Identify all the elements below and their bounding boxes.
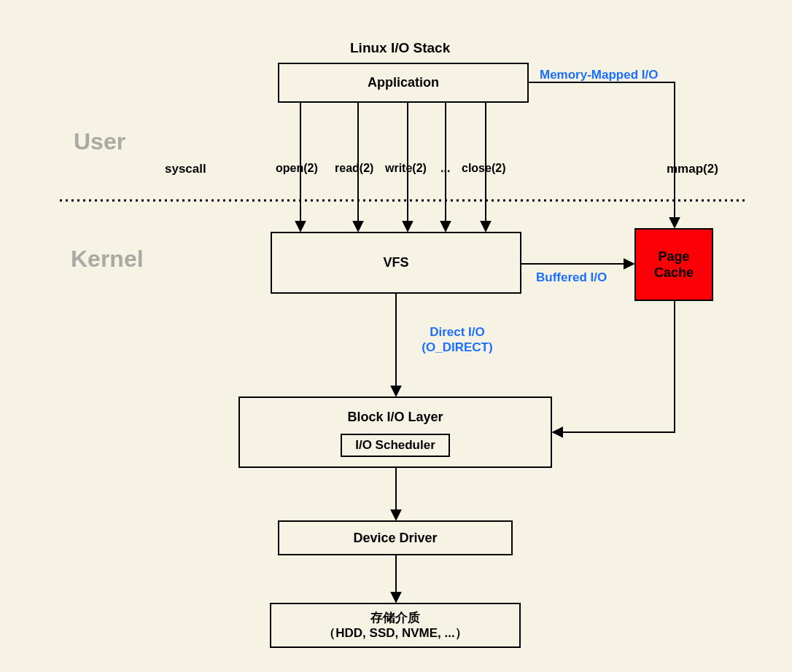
arrow-pagecache-block xyxy=(554,301,675,432)
label-direct-line2: (O_DIRECT) xyxy=(422,340,492,355)
box-device-driver-label: Device Driver xyxy=(353,531,437,546)
label-open: open(2) xyxy=(276,162,318,175)
box-page-cache-line1: Page xyxy=(658,249,689,265)
box-page-cache: Page Cache xyxy=(634,228,713,301)
diagram-canvas: Linux I/O Stack User Kernel Application … xyxy=(0,0,792,672)
label-dots: ... xyxy=(440,162,450,175)
label-write: write(2) xyxy=(385,162,427,175)
label-buffered: Buffered I/O xyxy=(536,270,607,285)
label-direct-line1: Direct I/O xyxy=(430,324,485,340)
box-storage-line1: 存储介质 xyxy=(370,610,420,625)
section-user-label: User xyxy=(74,128,125,155)
label-read: read(2) xyxy=(335,162,373,175)
label-close: close(2) xyxy=(462,162,505,175)
box-block-layer: Block I/O Layer I/O Scheduler xyxy=(238,396,552,468)
box-storage-line2: （HDD, SSD, NVME, ...） xyxy=(323,625,467,641)
label-direct: Direct I/O (O_DIRECT) xyxy=(410,324,505,356)
box-application: Application xyxy=(278,63,529,103)
diagram-title: Linux I/O Stack xyxy=(350,40,450,56)
section-kernel-label: Kernel xyxy=(71,246,144,273)
box-vfs: VFS xyxy=(271,232,521,294)
box-block-layer-label: Block I/O Layer xyxy=(347,410,443,425)
box-page-cache-line2: Cache xyxy=(654,265,694,281)
box-storage: 存储介质 （HDD, SSD, NVME, ...） xyxy=(270,603,521,648)
arrow-mmap xyxy=(529,82,675,227)
box-application-label: Application xyxy=(368,75,439,90)
label-syscall: syscall xyxy=(165,162,206,176)
box-device-driver: Device Driver xyxy=(278,520,513,555)
box-io-scheduler-label: I/O Scheduler xyxy=(355,438,435,452)
box-io-scheduler: I/O Scheduler xyxy=(341,434,450,457)
label-mmap: mmap(2) xyxy=(667,162,718,176)
label-memory-mapped: Memory-Mapped I/O xyxy=(540,68,658,82)
box-vfs-label: VFS xyxy=(383,255,408,270)
